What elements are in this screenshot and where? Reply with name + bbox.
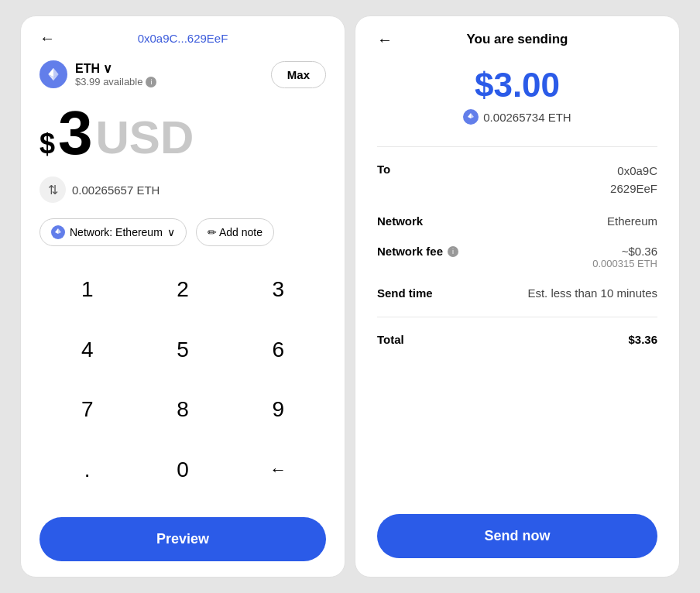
send-time-row: Send time Est. less than 10 minutes: [377, 286, 657, 300]
fee-row: Network fee i ~$0.36 0.000315 ETH: [377, 245, 657, 269]
back-button-right[interactable]: ←: [377, 31, 393, 49]
total-value: $3.36: [628, 333, 657, 346]
key-0[interactable]: 0: [135, 445, 230, 495]
fee-usd-value: ~$0.36: [592, 245, 657, 258]
token-row: ETH ∨ $3.99 available i Max: [39, 60, 326, 88]
network-button[interactable]: Network: Ethereum ∨: [39, 218, 187, 246]
eth-logo: [39, 60, 67, 88]
send-time-value: Est. less than 10 minutes: [527, 286, 657, 300]
total-label: Total: [377, 333, 404, 346]
svg-marker-1: [48, 68, 53, 77]
app-container: ← 0x0a9C...629EeF ETH ∨: [0, 0, 700, 593]
token-chevron-icon: ∨: [103, 61, 112, 76]
sending-eth-amount: 0.00265734 ETH: [377, 109, 657, 125]
network-row: Network Ethereum: [377, 214, 657, 228]
divider-2: [377, 317, 657, 317]
confirm-title: You are sending: [467, 32, 568, 47]
send-now-button[interactable]: Send now: [377, 514, 657, 558]
amount-currency: USD: [96, 115, 194, 164]
svg-marker-4: [58, 228, 61, 234]
svg-marker-7: [468, 113, 471, 118]
options-row: Network: Ethereum ∨ ✏ Add note: [39, 218, 326, 246]
key-9[interactable]: 9: [231, 385, 326, 434]
send-time-label: Send time: [377, 286, 433, 300]
eth-equivalent: ⇅ 0.00265657 ETH: [39, 177, 326, 203]
token-details: ETH ∨ $3.99 available i: [75, 61, 156, 87]
confirm-panel: ← You are sending $3.00 0.00265734 ETH: [355, 15, 680, 578]
spacer: [377, 368, 657, 514]
fee-values: ~$0.36 0.000315 ETH: [592, 245, 657, 269]
sending-eth-icon: [463, 109, 479, 125]
key-1[interactable]: 1: [39, 265, 135, 314]
token-symbol: ETH: [75, 62, 100, 76]
to-address: 0x0a9C 2629EeF: [610, 163, 657, 197]
svg-marker-5: [55, 228, 58, 234]
key-8[interactable]: 8: [135, 385, 230, 434]
add-note-button[interactable]: ✏ Add note: [196, 218, 274, 246]
dollar-sign: $: [39, 130, 55, 164]
sending-amount: $3.00 0.00265734 ETH: [377, 66, 657, 140]
add-note-label: ✏ Add note: [208, 226, 262, 238]
key-backspace[interactable]: ←: [231, 445, 326, 495]
info-icon[interactable]: i: [146, 77, 156, 87]
key-dot[interactable]: .: [39, 445, 135, 495]
token-info: ETH ∨ $3.99 available i: [39, 60, 156, 88]
key-4[interactable]: 4: [39, 325, 135, 375]
token-name-row[interactable]: ETH ∨: [75, 61, 156, 76]
fee-eth-value: 0.000315 ETH: [592, 258, 657, 269]
network-chevron-icon: ∨: [167, 226, 175, 238]
key-6[interactable]: 6: [231, 325, 326, 375]
svg-marker-6: [471, 113, 474, 118]
svg-marker-0: [53, 68, 59, 77]
eth-amount: 0.00265657 ETH: [72, 183, 160, 197]
amount-display: $ 3 USD: [39, 102, 326, 164]
fee-label-group: Network fee i: [377, 245, 458, 258]
to-label: To: [377, 163, 390, 176]
fee-label: Network fee: [377, 245, 443, 258]
right-header: ← You are sending: [377, 32, 657, 47]
key-5[interactable]: 5: [135, 325, 230, 375]
fee-info-icon[interactable]: i: [448, 246, 458, 257]
network-detail-label: Network: [377, 214, 423, 228]
available-balance: $3.99 available i: [75, 76, 156, 87]
preview-button[interactable]: Preview: [39, 517, 326, 561]
key-3[interactable]: 3: [231, 265, 326, 314]
total-row: Total $3.36: [377, 333, 657, 346]
network-label: Network: Ethereum: [70, 226, 163, 238]
amount-number: 3: [58, 102, 93, 164]
network-eth-icon: [51, 225, 65, 239]
confirm-panel-inner: ← You are sending $3.00 0.00265734 ETH: [377, 32, 657, 558]
network-detail-value: Ethereum: [607, 214, 657, 228]
key-7[interactable]: 7: [39, 385, 135, 434]
max-button[interactable]: Max: [271, 61, 326, 88]
left-header: ← 0x0a9C...629EeF: [39, 32, 326, 45]
divider: [377, 146, 657, 147]
to-address-line2: 2629EeF: [610, 180, 657, 198]
sending-usd-amount: $3.00: [377, 66, 657, 105]
back-button-left[interactable]: ←: [39, 29, 55, 47]
to-address-line1: 0x0a9C: [610, 163, 657, 180]
send-panel: ← 0x0a9C...629EeF ETH ∨: [20, 15, 345, 578]
to-row: To 0x0a9C 2629EeF: [377, 163, 657, 197]
numpad: 1 2 3 4 5 6 7 8 9 . 0 ←: [39, 265, 326, 505]
swap-icon[interactable]: ⇅: [39, 177, 66, 203]
wallet-address[interactable]: 0x0a9C...629EeF: [138, 32, 228, 45]
key-2[interactable]: 2: [135, 265, 230, 314]
